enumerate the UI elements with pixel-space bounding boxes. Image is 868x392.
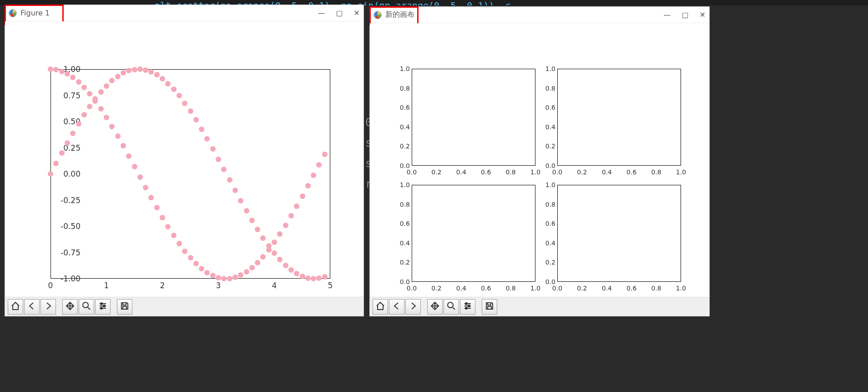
scatter-point <box>294 204 299 209</box>
svg-point-10 <box>468 305 470 307</box>
close-button[interactable]: ✕ <box>354 9 360 17</box>
svg-point-3 <box>103 305 105 307</box>
scatter-point <box>204 270 210 275</box>
scatter-point <box>137 66 143 72</box>
configure-button[interactable] <box>95 299 111 315</box>
maximize-button[interactable]: ▢ <box>681 10 688 19</box>
home-button[interactable] <box>373 299 388 315</box>
x-tick-label: 0.0 <box>407 285 417 292</box>
scatter-point <box>272 239 277 245</box>
back-button[interactable] <box>24 299 40 315</box>
titlebar[interactable]: 新的画布 — ▢ ✕ <box>370 7 709 23</box>
scatter-point <box>260 235 266 241</box>
x-tick-label: 0.4 <box>602 285 612 292</box>
scatter-point <box>277 231 283 237</box>
scatter-point <box>148 69 154 75</box>
x-tick-label: 1.0 <box>676 168 686 176</box>
plot-canvas[interactable]: -1.00-0.75-0.50-0.250.000.250.500.751.00… <box>5 21 363 297</box>
pan-button[interactable] <box>62 299 78 315</box>
scatter-point <box>104 83 109 89</box>
svg-point-9 <box>465 303 467 305</box>
save-button[interactable] <box>117 299 132 315</box>
y-tick-label: 1.0 <box>542 65 555 72</box>
close-button[interactable]: ✕ <box>700 10 706 19</box>
subplot-axes <box>412 185 535 282</box>
x-tick-label: 1 <box>104 281 109 290</box>
configure-icon <box>98 301 108 313</box>
scatter-point <box>137 174 143 180</box>
figure-window-1: Figure 1 — ▢ ✕ -1.00-0.75-0.50-0.250.000… <box>5 5 364 316</box>
save-icon <box>484 301 495 313</box>
home-button[interactable] <box>8 299 23 315</box>
window-title: 新的画布 <box>385 10 414 20</box>
y-tick-label: 0.8 <box>396 85 410 92</box>
nav-toolbar <box>5 297 363 316</box>
scatter-point <box>48 66 53 72</box>
svg-rect-5 <box>123 303 126 305</box>
configure-button[interactable] <box>460 299 475 315</box>
scatter-point <box>92 98 98 104</box>
scatter-point <box>227 276 232 281</box>
scatter-point <box>59 150 65 156</box>
scatter-point <box>160 215 165 220</box>
scatter-point <box>199 266 204 271</box>
svg-rect-12 <box>488 303 491 305</box>
x-tick-label: 0.6 <box>626 285 636 292</box>
x-tick-label: 0.4 <box>602 168 612 176</box>
save-icon <box>120 301 130 313</box>
scatter-point <box>148 195 154 200</box>
scatter-point <box>216 275 221 280</box>
x-tick-label: 1.0 <box>676 285 686 292</box>
scatter-point <box>70 131 76 136</box>
titlebar[interactable]: Figure 1 — ▢ ✕ <box>5 5 363 21</box>
pan-icon <box>430 301 440 313</box>
scatter-point <box>255 260 260 265</box>
x-tick-label: 5 <box>328 281 333 290</box>
y-tick-label: 0.00 <box>49 169 81 178</box>
minimize-button[interactable]: — <box>663 10 671 19</box>
scatter-point <box>154 205 160 210</box>
x-tick-label: 0.6 <box>626 168 636 176</box>
nav-toolbar <box>370 297 709 316</box>
plot-canvas[interactable]: 0.00.20.40.60.81.00.00.20.40.60.81.00.00… <box>370 23 709 297</box>
x-tick-label: 3 <box>216 281 221 290</box>
x-tick-label: 1.0 <box>530 285 540 292</box>
scatter-point <box>249 218 255 223</box>
scatter-point <box>221 276 227 281</box>
forward-button[interactable] <box>405 299 421 315</box>
scatter-point <box>238 198 243 204</box>
svg-rect-6 <box>123 306 126 309</box>
zoom-button[interactable] <box>444 299 459 315</box>
scatter-point <box>182 249 187 254</box>
y-tick-label: 0.2 <box>396 143 410 150</box>
y-tick-label: 0.6 <box>396 220 410 227</box>
y-tick-label: 0.6 <box>396 104 410 111</box>
scatter-point <box>87 104 92 109</box>
subplot-axes <box>412 69 535 166</box>
scatter-point <box>210 273 216 278</box>
y-tick-label: 0.4 <box>542 123 555 131</box>
pan-button[interactable] <box>427 299 443 315</box>
scatter-point <box>288 267 294 273</box>
scatter-point <box>288 213 294 219</box>
scatter-point <box>311 276 316 281</box>
scatter-point <box>260 254 266 260</box>
y-tick-label: 0.6 <box>542 220 555 227</box>
scatter-point <box>132 67 137 72</box>
x-tick-label: 0.2 <box>431 168 441 176</box>
scatter-point <box>283 223 288 228</box>
scatter-point <box>188 108 193 114</box>
maximize-button[interactable]: ▢ <box>336 9 343 17</box>
zoom-button[interactable] <box>79 299 94 315</box>
zoom-icon <box>81 301 91 313</box>
scatter-point <box>188 255 193 260</box>
scatter-point <box>305 275 311 281</box>
scatter-point <box>126 68 131 73</box>
x-tick-label: 0.8 <box>505 285 515 292</box>
minimize-button[interactable]: — <box>318 9 325 17</box>
save-button[interactable] <box>482 299 497 315</box>
forward-button[interactable] <box>40 299 56 315</box>
y-tick-label: 0.75 <box>49 91 81 100</box>
back-button[interactable] <box>389 299 404 315</box>
back-icon <box>27 301 37 313</box>
